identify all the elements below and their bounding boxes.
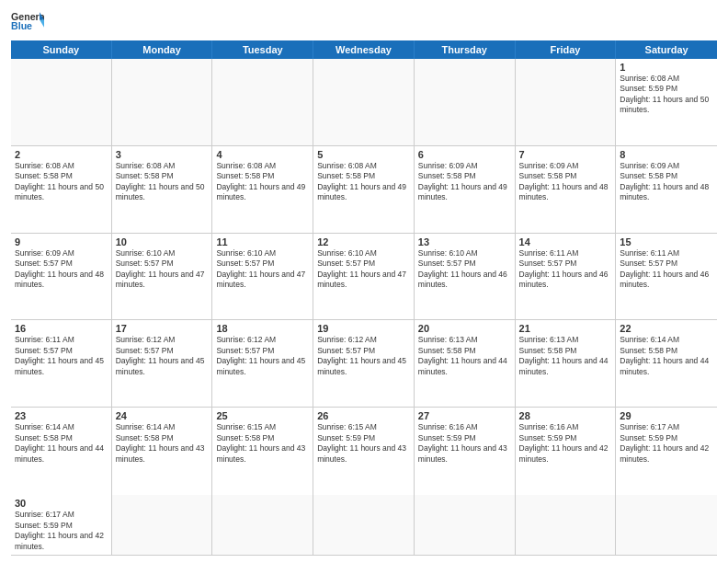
day-info: Sunrise: 6:08 AMSunset: 5:59 PMDaylight:…	[620, 74, 709, 114]
day-cell-12: 12Sunrise: 6:10 AMSunset: 5:57 PMDayligh…	[313, 234, 415, 320]
day-cell-28: 28Sunrise: 6:16 AMSunset: 5:59 PMDayligh…	[516, 408, 617, 495]
day-number: 17	[116, 323, 209, 334]
day-info: Sunrise: 6:14 AMSunset: 5:58 PMDaylight:…	[15, 422, 104, 463]
day-number: 24	[116, 410, 209, 421]
day-info: Sunrise: 6:14 AMSunset: 5:58 PMDaylight:…	[116, 422, 205, 463]
day-cell-22: 22Sunrise: 6:14 AMSunset: 5:58 PMDayligh…	[616, 320, 717, 407]
day-number: 15	[620, 236, 713, 247]
day-number: 23	[15, 410, 108, 421]
logo-icon: General Blue	[11, 9, 44, 35]
day-header-friday: Friday	[516, 40, 617, 59]
day-cell-4: 4Sunrise: 6:08 AMSunset: 5:58 PMDaylight…	[212, 146, 313, 233]
day-number: 8	[620, 149, 713, 160]
day-number: 29	[620, 410, 713, 421]
day-number: 1	[620, 62, 713, 73]
day-number: 5	[317, 149, 410, 160]
day-header-tuesday: Tuesday	[212, 40, 313, 59]
day-info: Sunrise: 6:12 AMSunset: 5:57 PMDaylight:…	[317, 335, 406, 375]
day-info: Sunrise: 6:10 AMSunset: 5:57 PMDaylight:…	[216, 248, 305, 289]
day-info: Sunrise: 6:11 AMSunset: 5:57 PMDaylight:…	[519, 248, 609, 289]
empty-cell	[11, 59, 112, 145]
empty-cell	[415, 59, 516, 145]
day-cell-2: 2Sunrise: 6:08 AMSunset: 5:58 PMDaylight…	[11, 146, 112, 233]
empty-cell	[313, 59, 415, 145]
calendar-header: SundayMondayTuesdayWednesdayThursdayFrid…	[11, 40, 717, 59]
day-info: Sunrise: 6:10 AMSunset: 5:57 PMDaylight:…	[317, 248, 406, 289]
day-header-saturday: Saturday	[616, 40, 717, 59]
day-cell-20: 20Sunrise: 6:13 AMSunset: 5:58 PMDayligh…	[415, 320, 516, 407]
week-row-4: 16Sunrise: 6:11 AMSunset: 5:57 PMDayligh…	[11, 320, 717, 408]
day-cell-11: 11Sunrise: 6:10 AMSunset: 5:57 PMDayligh…	[212, 234, 313, 320]
day-number: 11	[216, 236, 309, 247]
day-info: Sunrise: 6:17 AMSunset: 5:59 PMDaylight:…	[15, 510, 104, 550]
empty-cell	[516, 59, 617, 145]
day-number: 9	[15, 236, 108, 247]
day-cell-26: 26Sunrise: 6:15 AMSunset: 5:59 PMDayligh…	[313, 408, 415, 495]
last-week-row: 30Sunrise: 6:17 AMSunset: 5:59 PMDayligh…	[11, 495, 717, 556]
day-info: Sunrise: 6:13 AMSunset: 5:58 PMDaylight:…	[519, 335, 609, 375]
empty-cell	[516, 495, 617, 555]
empty-cell	[212, 59, 313, 145]
header: General Blue	[11, 9, 717, 35]
day-cell-6: 6Sunrise: 6:09 AMSunset: 5:58 PMDaylight…	[415, 146, 516, 233]
day-number: 25	[216, 410, 309, 421]
day-info: Sunrise: 6:08 AMSunset: 5:58 PMDaylight:…	[15, 161, 104, 201]
day-cell-23: 23Sunrise: 6:14 AMSunset: 5:58 PMDayligh…	[11, 408, 112, 495]
day-info: Sunrise: 6:17 AMSunset: 5:59 PMDaylight:…	[620, 422, 709, 463]
day-cell-5: 5Sunrise: 6:08 AMSunset: 5:58 PMDaylight…	[313, 146, 415, 233]
day-number: 16	[15, 323, 108, 334]
day-number: 13	[418, 236, 511, 247]
empty-cell	[112, 495, 213, 555]
logo: General Blue	[11, 9, 44, 35]
day-number: 3	[116, 149, 209, 160]
svg-marker-3	[40, 20, 44, 28]
empty-cell	[313, 495, 415, 555]
day-number: 18	[216, 323, 309, 334]
day-info: Sunrise: 6:08 AMSunset: 5:58 PMDaylight:…	[317, 161, 406, 201]
day-header-wednesday: Wednesday	[313, 40, 415, 59]
day-cell-30: 30Sunrise: 6:17 AMSunset: 5:59 PMDayligh…	[11, 495, 112, 555]
day-cell-16: 16Sunrise: 6:11 AMSunset: 5:57 PMDayligh…	[11, 320, 112, 407]
week-row-5: 23Sunrise: 6:14 AMSunset: 5:58 PMDayligh…	[11, 408, 717, 495]
day-info: Sunrise: 6:08 AMSunset: 5:58 PMDaylight:…	[216, 161, 305, 201]
day-info: Sunrise: 6:11 AMSunset: 5:57 PMDaylight:…	[15, 335, 104, 375]
day-cell-8: 8Sunrise: 6:09 AMSunset: 5:58 PMDaylight…	[616, 146, 717, 233]
day-cell-9: 9Sunrise: 6:09 AMSunset: 5:57 PMDaylight…	[11, 234, 112, 320]
day-info: Sunrise: 6:14 AMSunset: 5:58 PMDaylight:…	[620, 335, 709, 375]
day-number: 10	[116, 236, 209, 247]
day-cell-3: 3Sunrise: 6:08 AMSunset: 5:58 PMDaylight…	[112, 146, 213, 233]
week-row-1: 1Sunrise: 6:08 AMSunset: 5:59 PMDaylight…	[11, 59, 717, 146]
day-cell-24: 24Sunrise: 6:14 AMSunset: 5:58 PMDayligh…	[112, 408, 213, 495]
empty-cell	[112, 59, 213, 145]
day-info: Sunrise: 6:12 AMSunset: 5:57 PMDaylight:…	[216, 335, 305, 375]
day-number: 20	[418, 323, 511, 334]
day-number: 30	[15, 498, 108, 509]
day-header-thursday: Thursday	[415, 40, 516, 59]
week-row-3: 9Sunrise: 6:09 AMSunset: 5:57 PMDaylight…	[11, 234, 717, 321]
day-info: Sunrise: 6:09 AMSunset: 5:57 PMDaylight:…	[15, 248, 104, 289]
day-number: 22	[620, 323, 713, 334]
day-cell-29: 29Sunrise: 6:17 AMSunset: 5:59 PMDayligh…	[616, 408, 717, 495]
day-number: 4	[216, 149, 309, 160]
day-number: 7	[519, 149, 612, 160]
day-header-monday: Monday	[112, 40, 213, 59]
day-cell-27: 27Sunrise: 6:16 AMSunset: 5:59 PMDayligh…	[415, 408, 516, 495]
day-info: Sunrise: 6:08 AMSunset: 5:58 PMDaylight:…	[116, 161, 205, 201]
day-number: 21	[519, 323, 612, 334]
calendar-page: General Blue SundayMondayTuesdayWednesda…	[0, 0, 728, 563]
week-row-2: 2Sunrise: 6:08 AMSunset: 5:58 PMDaylight…	[11, 146, 717, 234]
day-cell-19: 19Sunrise: 6:12 AMSunset: 5:57 PMDayligh…	[313, 320, 415, 407]
day-cell-18: 18Sunrise: 6:12 AMSunset: 5:57 PMDayligh…	[212, 320, 313, 407]
svg-text:Blue: Blue	[11, 20, 32, 31]
day-info: Sunrise: 6:10 AMSunset: 5:57 PMDaylight:…	[418, 248, 507, 289]
day-info: Sunrise: 6:15 AMSunset: 5:58 PMDaylight:…	[216, 422, 305, 463]
calendar-body: 1Sunrise: 6:08 AMSunset: 5:59 PMDaylight…	[11, 59, 717, 495]
day-cell-25: 25Sunrise: 6:15 AMSunset: 5:58 PMDayligh…	[212, 408, 313, 495]
day-info: Sunrise: 6:16 AMSunset: 5:59 PMDaylight:…	[418, 422, 507, 463]
day-number: 26	[317, 410, 410, 421]
day-cell-1: 1Sunrise: 6:08 AMSunset: 5:59 PMDaylight…	[616, 59, 717, 145]
day-number: 2	[15, 149, 108, 160]
day-info: Sunrise: 6:09 AMSunset: 5:58 PMDaylight:…	[620, 161, 709, 201]
day-number: 6	[418, 149, 511, 160]
day-cell-21: 21Sunrise: 6:13 AMSunset: 5:58 PMDayligh…	[516, 320, 617, 407]
